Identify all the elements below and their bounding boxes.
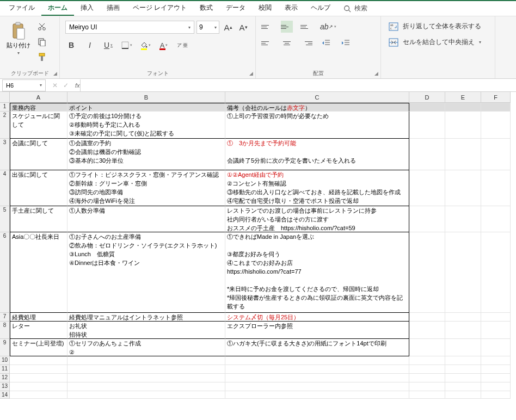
row-header[interactable]: 9 <box>0 339 10 356</box>
select-all-corner[interactable] <box>0 92 10 103</box>
cell[interactable] <box>445 313 481 322</box>
cell[interactable] <box>409 382 445 391</box>
row-header[interactable]: 4 <box>0 170 10 206</box>
align-middle-button[interactable] <box>281 21 293 33</box>
cell[interactable] <box>409 391 445 399</box>
cell[interactable] <box>481 112 511 139</box>
wrap-text-button[interactable]: abc 折り返して全体を表示する <box>388 18 490 34</box>
cell[interactable] <box>10 356 67 365</box>
menu-tab-9[interactable]: ヘルプ <box>304 1 337 16</box>
cell[interactable] <box>409 170 445 206</box>
cell[interactable] <box>445 139 481 170</box>
cell[interactable] <box>409 365 445 374</box>
column-header[interactable]: F <box>481 92 511 103</box>
row-header[interactable]: 14 <box>0 391 10 399</box>
menu-tab-8[interactable]: 表示 <box>278 1 304 16</box>
cell[interactable] <box>409 103 445 112</box>
cell[interactable] <box>67 391 225 399</box>
cell[interactable] <box>445 356 481 365</box>
cell[interactable]: ①ハガキ大(手に収まる大きさ)の用紙にフォント14ptで印刷 <box>225 339 409 356</box>
align-center-button[interactable] <box>281 37 293 49</box>
cell[interactable] <box>10 382 67 391</box>
cell[interactable] <box>225 382 409 391</box>
column-header[interactable]: A <box>10 92 67 103</box>
menu-tab-6[interactable]: データ <box>219 1 252 16</box>
cell[interactable] <box>409 322 445 339</box>
cell[interactable] <box>445 170 481 206</box>
format-painter-button[interactable] <box>37 52 47 62</box>
orientation-button[interactable]: ab↗▾ <box>320 21 336 33</box>
cell[interactable] <box>10 365 67 374</box>
align-bottom-button[interactable] <box>300 21 312 33</box>
menu-tab-5[interactable]: 数式 <box>193 1 219 16</box>
cell[interactable]: 経費処理マニュアルはイントラネット参照 <box>67 313 225 322</box>
row-header[interactable]: 6 <box>0 232 10 313</box>
cell[interactable]: 経費処理 <box>10 313 67 322</box>
align-top-button[interactable] <box>261 21 273 33</box>
cell[interactable]: システム〆切（毎月25日） <box>225 313 409 322</box>
cell[interactable] <box>409 339 445 356</box>
cell[interactable]: 備考（会社のルールは赤文字） <box>225 103 409 112</box>
cell[interactable] <box>409 112 445 139</box>
cell[interactable] <box>481 170 511 206</box>
cell[interactable]: 手土産に関して <box>10 206 67 232</box>
cell[interactable] <box>481 322 511 339</box>
menu-tab-1[interactable]: ホーム <box>41 1 74 16</box>
cell[interactable] <box>481 374 511 382</box>
cell[interactable] <box>445 112 481 139</box>
underline-button[interactable]: U▾ <box>102 39 114 51</box>
cell[interactable] <box>445 391 481 399</box>
cell[interactable] <box>225 374 409 382</box>
cell[interactable] <box>481 232 511 313</box>
cell[interactable] <box>445 322 481 339</box>
align-right-button[interactable] <box>300 37 312 49</box>
cell[interactable] <box>409 374 445 382</box>
align-left-button[interactable] <box>261 37 273 49</box>
cell[interactable] <box>481 103 511 112</box>
font-name-selector[interactable]: Meiryo UI ▾ <box>65 21 194 34</box>
cell[interactable] <box>409 356 445 365</box>
italic-button[interactable]: I <box>84 39 96 51</box>
row-header[interactable]: 7 <box>0 313 10 322</box>
cell[interactable]: ①セリフのあんちょこ作成 ② <box>67 339 225 356</box>
cell[interactable] <box>445 339 481 356</box>
cell[interactable] <box>481 391 511 399</box>
cell[interactable] <box>445 374 481 382</box>
phonetic-button[interactable]: ア 亜 <box>176 39 188 51</box>
cell[interactable]: 出張に関して <box>10 170 67 206</box>
decrease-indent-button[interactable] <box>320 37 332 49</box>
cell[interactable]: ①人数分準備 <box>67 206 225 232</box>
row-header[interactable]: 1 <box>0 103 10 112</box>
cell[interactable]: お礼状 招待状 <box>67 322 225 339</box>
cell[interactable] <box>67 382 225 391</box>
row-header[interactable]: 5 <box>0 206 10 232</box>
row-header[interactable]: 2 <box>0 112 10 139</box>
cell[interactable] <box>445 103 481 112</box>
font-size-selector[interactable]: 9 ▾ <box>196 21 219 34</box>
fill-color-button[interactable]: ▾ <box>139 39 151 51</box>
cell[interactable]: ①会議室の予約 ②会議前は機器の作動確認 ③基本的に30分単位 <box>67 139 225 170</box>
cell[interactable] <box>481 382 511 391</box>
row-header[interactable]: 12 <box>0 374 10 382</box>
cell[interactable]: Asia〇〇社長来日 <box>10 232 67 313</box>
cell[interactable]: レストランでのお渡しの場合は事前にレストランに持参 社内同行者がいる場合はその方… <box>225 206 409 232</box>
row-header[interactable]: 3 <box>0 139 10 170</box>
cell[interactable] <box>225 365 409 374</box>
cell[interactable] <box>481 365 511 374</box>
confirm-icon[interactable]: ✓ <box>63 82 69 89</box>
cell[interactable] <box>409 232 445 313</box>
cell[interactable] <box>445 232 481 313</box>
name-box[interactable]: H6 ▾ <box>2 79 46 91</box>
cell[interactable]: 会議に関して <box>10 139 67 170</box>
cell[interactable] <box>10 391 67 399</box>
cell[interactable] <box>481 339 511 356</box>
dialog-launcher-icon[interactable]: ◢ <box>249 71 253 76</box>
cancel-icon[interactable]: ✕ <box>52 82 58 89</box>
cell[interactable]: ①フライト：ビジネスクラス・窓側・アライアンス確認 ②新幹線：グリーン車・窓側 … <box>67 170 225 206</box>
cell[interactable] <box>445 382 481 391</box>
row-header[interactable]: 8 <box>0 322 10 339</box>
cut-button[interactable] <box>37 22 47 32</box>
menu-tab-3[interactable]: 描画 <box>100 1 126 16</box>
cell[interactable]: ①予定の前後は10分開ける ②移動時間も予定に入れる ③未確定の予定に関して(仮… <box>67 112 225 139</box>
cell[interactable]: ①できればMade in Japanを選ぶ ③都度お好みを伺う ④これまでのお好… <box>225 232 409 313</box>
